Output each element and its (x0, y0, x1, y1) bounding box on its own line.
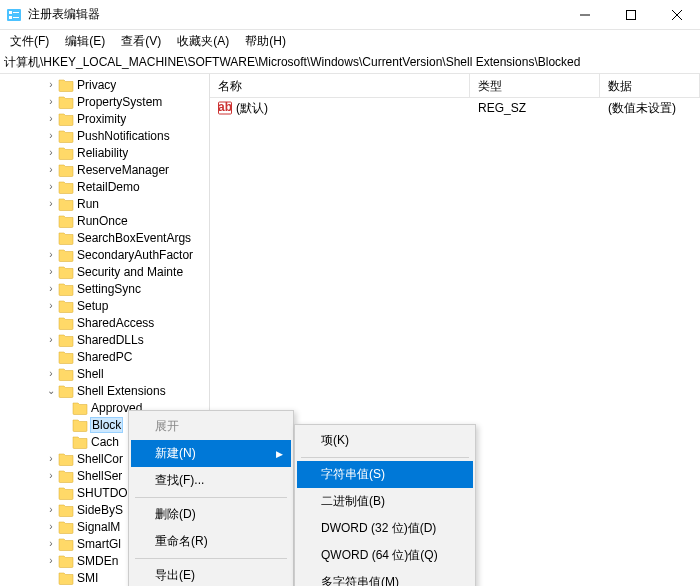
list-header: 名称 类型 数据 (210, 74, 700, 98)
tree-expander[interactable]: › (44, 79, 58, 90)
sub-key[interactable]: 项(K) (297, 427, 473, 454)
ctx-rename[interactable]: 重命名(R) (131, 528, 291, 555)
tree-node[interactable]: ›Security and Mainte (0, 263, 209, 280)
minimize-button[interactable] (562, 0, 608, 29)
tree-node[interactable]: ›Reliability (0, 144, 209, 161)
tree-expander[interactable]: › (44, 504, 58, 515)
tree-expander[interactable]: › (44, 198, 58, 209)
sub-binary[interactable]: 二进制值(B) (297, 488, 473, 515)
tree-node[interactable]: ›Setup (0, 297, 209, 314)
tree-expander[interactable]: › (44, 96, 58, 107)
tree-label: PushNotifications (77, 129, 170, 143)
tree-node[interactable]: ›Run (0, 195, 209, 212)
value-data: (数值未设置) (600, 100, 700, 117)
tree-expander[interactable]: › (44, 521, 58, 532)
tree-label: SmartGl (77, 537, 121, 551)
tree-label: ReserveManager (77, 163, 169, 177)
menu-edit[interactable]: 编辑(E) (59, 31, 111, 52)
sub-qword[interactable]: QWORD (64 位)值(Q) (297, 542, 473, 569)
window-title: 注册表编辑器 (28, 6, 562, 23)
tree-label: RunOnce (77, 214, 128, 228)
sub-dword[interactable]: DWORD (32 位)值(D) (297, 515, 473, 542)
tree-expander[interactable]: › (44, 283, 58, 294)
tree-label: Block (91, 418, 122, 432)
tree-node[interactable]: SharedAccess (0, 314, 209, 331)
tree-expander[interactable]: › (44, 181, 58, 192)
tree-expander[interactable]: › (44, 368, 58, 379)
tree-label: SMDEn (77, 554, 118, 568)
tree-label: ShellSer (77, 469, 122, 483)
menu-favorites[interactable]: 收藏夹(A) (171, 31, 235, 52)
tree-node[interactable]: ›SecondaryAuthFactor (0, 246, 209, 263)
tree-expander[interactable]: › (44, 453, 58, 464)
svg-rect-5 (627, 10, 636, 19)
tree-expander[interactable]: › (44, 249, 58, 260)
window-controls (562, 0, 700, 29)
tree-node[interactable]: ›Proximity (0, 110, 209, 127)
tree-expander[interactable]: › (44, 164, 58, 175)
tree-expander[interactable]: ⌄ (44, 385, 58, 396)
tree-node[interactable]: ⌄Shell Extensions (0, 382, 209, 399)
tree-node[interactable]: ›Privacy (0, 76, 209, 93)
svg-rect-2 (9, 16, 12, 19)
separator (135, 558, 287, 559)
tree-expander[interactable]: › (44, 147, 58, 158)
tree-expander[interactable]: › (44, 300, 58, 311)
close-button[interactable] (654, 0, 700, 29)
tree-node[interactable]: ›PropertySystem (0, 93, 209, 110)
tree-expander[interactable]: › (44, 113, 58, 124)
sub-string[interactable]: 字符串值(S) (297, 461, 473, 488)
tree-label: ShellCor (77, 452, 123, 466)
chevron-right-icon: ▶ (276, 449, 283, 459)
tree-label: SharedPC (77, 350, 132, 364)
tree-node[interactable]: ›RetailDemo (0, 178, 209, 195)
tree-node[interactable]: ›Shell (0, 365, 209, 382)
tree-expander[interactable]: › (44, 538, 58, 549)
tree-node[interactable]: SharedPC (0, 348, 209, 365)
svg-rect-4 (13, 17, 19, 18)
menu-help[interactable]: 帮助(H) (239, 31, 292, 52)
menu-file[interactable]: 文件(F) (4, 31, 55, 52)
tree-label: Cach (91, 435, 119, 449)
tree-label: SettingSync (77, 282, 141, 296)
ctx-export[interactable]: 导出(E) (131, 562, 291, 586)
tree-expander[interactable]: › (44, 266, 58, 277)
titlebar: 注册表编辑器 (0, 0, 700, 30)
tree-expander[interactable]: › (44, 130, 58, 141)
content-area: ›Privacy›PropertySystem›Proximity›PushNo… (0, 74, 700, 586)
tree-label: SecondaryAuthFactor (77, 248, 193, 262)
tree-label: Shell (77, 367, 104, 381)
tree-node[interactable]: ›SharedDLLs (0, 331, 209, 348)
svg-text:ab: ab (218, 101, 232, 114)
tree-node[interactable]: ›PushNotifications (0, 127, 209, 144)
svg-rect-0 (7, 9, 21, 21)
list-item[interactable]: ab (默认) REG_SZ (数值未设置) (210, 98, 700, 118)
tree-node[interactable]: ›ReserveManager (0, 161, 209, 178)
svg-rect-3 (13, 12, 19, 13)
sub-multi-string[interactable]: 多字符串值(M) (297, 569, 473, 586)
menubar: 文件(F) 编辑(E) 查看(V) 收藏夹(A) 帮助(H) (0, 30, 700, 52)
tree-node[interactable]: SearchBoxEventArgs (0, 229, 209, 246)
ctx-delete[interactable]: 删除(D) (131, 501, 291, 528)
regedit-icon (6, 7, 22, 23)
ctx-new[interactable]: 新建(N) ▶ (131, 440, 291, 467)
menu-view[interactable]: 查看(V) (115, 31, 167, 52)
column-type[interactable]: 类型 (470, 74, 600, 97)
tree-node[interactable]: RunOnce (0, 212, 209, 229)
column-data[interactable]: 数据 (600, 74, 700, 97)
string-value-icon: ab (218, 101, 232, 115)
tree-label: Shell Extensions (77, 384, 166, 398)
tree-label: Reliability (77, 146, 128, 160)
tree-expander[interactable]: › (44, 334, 58, 345)
ctx-find[interactable]: 查找(F)... (131, 467, 291, 494)
tree-label: Proximity (77, 112, 126, 126)
column-name[interactable]: 名称 (210, 74, 470, 97)
tree-node[interactable]: ›SettingSync (0, 280, 209, 297)
tree-expander[interactable]: › (44, 470, 58, 481)
tree-label: SharedAccess (77, 316, 154, 330)
ctx-expand: 展开 (131, 413, 291, 440)
new-submenu: 项(K) 字符串值(S) 二进制值(B) DWORD (32 位)值(D) QW… (294, 424, 476, 586)
maximize-button[interactable] (608, 0, 654, 29)
tree-expander[interactable]: › (44, 555, 58, 566)
address-bar[interactable]: 计算机\HKEY_LOCAL_MACHINE\SOFTWARE\Microsof… (0, 52, 700, 74)
